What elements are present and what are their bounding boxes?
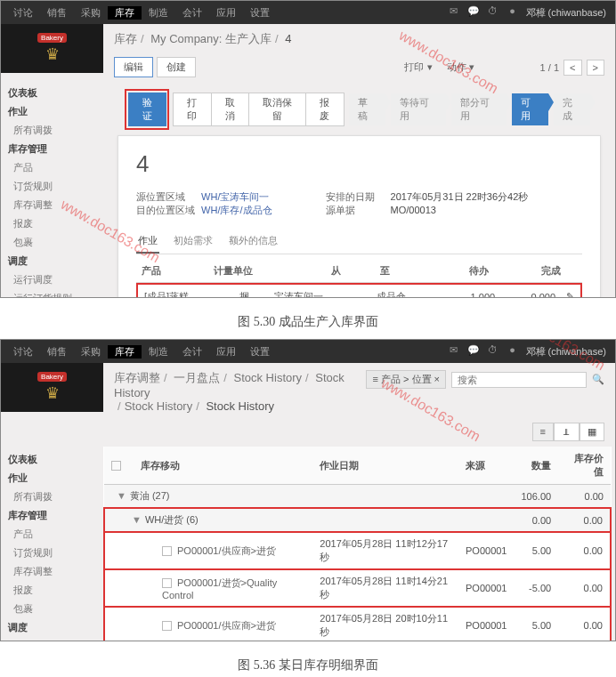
crumb-1[interactable]: 一月盘点 bbox=[174, 371, 220, 384]
search-icon[interactable]: 🔍 bbox=[592, 374, 604, 385]
nav-apps[interactable]: 应用 bbox=[209, 345, 243, 359]
list-view-button[interactable]: ≡ bbox=[532, 423, 554, 441]
nav-sales[interactable]: 销售 bbox=[40, 345, 74, 359]
sidebar-item[interactable]: 运行调度 bbox=[1, 270, 103, 289]
chat-icon[interactable]: 💬 bbox=[466, 344, 481, 359]
tab-operations[interactable]: 作业 bbox=[136, 230, 159, 254]
cancel-button[interactable]: 取消 bbox=[211, 93, 250, 126]
crumb-2[interactable]: Stock History bbox=[234, 371, 303, 384]
validate-button[interactable]: 验证 bbox=[128, 93, 166, 126]
nav-discuss[interactable]: 讨论 bbox=[6, 6, 40, 20]
th-src[interactable]: 来源 bbox=[458, 447, 514, 485]
cell-to: 成品仓 bbox=[371, 286, 440, 298]
nav-settings[interactable]: 设置 bbox=[243, 345, 277, 359]
nav-inventory[interactable]: 库存 bbox=[108, 6, 142, 20]
search-chip[interactable]: ≡ 产品 > 位置 × bbox=[366, 370, 446, 389]
sidebar-item[interactable]: 库存调整 bbox=[1, 196, 103, 214]
table-row[interactable]: [成品]蒸糕 捆 宝涛车间一 成品仓 1.000 0.000 ✎ bbox=[139, 286, 580, 298]
activity-icon[interactable]: ⏱ bbox=[486, 344, 500, 359]
sidebar-category[interactable]: 库存管理 bbox=[1, 140, 103, 158]
sidebar-item[interactable]: 库存调整 bbox=[1, 562, 103, 581]
sidebar-category[interactable]: 仪表板 bbox=[1, 84, 103, 102]
cell-todo: 1.000 bbox=[440, 286, 500, 298]
group-row[interactable]: ▼黄油 (27)106.000.00 bbox=[104, 485, 611, 509]
sidebar-category[interactable]: 库存管理 bbox=[1, 506, 103, 525]
user-menu[interactable]: 邓樟 (chiwanbase) bbox=[523, 6, 610, 20]
pager-next[interactable]: > bbox=[587, 60, 604, 76]
row-checkbox[interactable] bbox=[162, 578, 172, 588]
sidebar-item[interactable]: 订货规则 bbox=[1, 177, 103, 196]
nav-inventory[interactable]: 库存 bbox=[108, 345, 142, 359]
sidebar-item[interactable]: 报废 bbox=[1, 214, 103, 233]
sidebar-item[interactable]: 运行订货规则 bbox=[1, 289, 103, 298]
mail-icon[interactable]: ✉ bbox=[447, 344, 461, 359]
sidebar-category[interactable]: 调度 bbox=[1, 618, 103, 637]
nav-mrp[interactable]: 制造 bbox=[142, 345, 175, 359]
nav-apps[interactable]: 应用 bbox=[209, 6, 243, 20]
table-row[interactable]: PO00001/进货>Quality Control2017年05月28日 11… bbox=[104, 569, 611, 607]
action-dropdown[interactable]: 动作 ▾ bbox=[442, 60, 480, 74]
table-row[interactable]: PO00001/供应商>进货2017年05月28日 20时10分11秒PO000… bbox=[104, 607, 611, 641]
sidebar-item[interactable]: 所有调拨 bbox=[1, 121, 103, 140]
sidebar-category[interactable]: 调度 bbox=[1, 252, 103, 270]
nav-purchase[interactable]: 采购 bbox=[74, 6, 108, 20]
table-row[interactable]: PO00001/供应商>进货2017年05月28日 11时12分17秒PO000… bbox=[104, 532, 611, 569]
nav-account[interactable]: 会计 bbox=[175, 6, 209, 20]
toolbar: 编辑 创建 打印 ▾ 动作 ▾ 1 / 1 < > bbox=[103, 54, 615, 80]
sidebar-item[interactable]: 产品 bbox=[1, 525, 103, 544]
nav-discuss[interactable]: 讨论 bbox=[6, 345, 40, 359]
crumb-parent[interactable]: My Company: 生产入库 bbox=[150, 32, 272, 45]
nav-sales[interactable]: 销售 bbox=[40, 6, 74, 20]
th-move[interactable]: 库存移动 bbox=[134, 447, 312, 485]
crumb-root[interactable]: 库存 bbox=[114, 32, 137, 45]
graph-view-button[interactable]: ⫫ bbox=[554, 423, 580, 441]
sidebar-item[interactable]: 订货规则 bbox=[1, 544, 103, 562]
user-menu[interactable]: 邓樟 (chiwanbase) bbox=[523, 345, 610, 359]
nav-settings[interactable]: 设置 bbox=[243, 6, 277, 20]
sidebar-item[interactable]: 所有调拨 bbox=[1, 488, 103, 506]
print-dropdown[interactable]: 打印 ▾ bbox=[399, 60, 437, 74]
sidebar-item[interactable]: 产品 bbox=[1, 158, 103, 177]
src-value[interactable]: WH/宝涛车间一 bbox=[201, 190, 269, 204]
sidebar-item[interactable]: 报废 bbox=[1, 581, 103, 600]
th-done: 完成 bbox=[494, 260, 566, 283]
status-ready: 可用 bbox=[512, 93, 548, 125]
edit-icon[interactable]: ✎ bbox=[561, 286, 580, 298]
create-button[interactable]: 创建 bbox=[157, 57, 196, 77]
chat-icon[interactable]: 💬 bbox=[466, 5, 481, 20]
nav-account[interactable]: 会计 bbox=[175, 345, 209, 359]
select-all-checkbox[interactable] bbox=[111, 461, 121, 471]
print-button[interactable]: 打印 bbox=[173, 93, 212, 126]
crumb-0[interactable]: 库存调整 bbox=[114, 371, 160, 384]
row-checkbox[interactable] bbox=[162, 546, 172, 556]
mail-icon[interactable]: ✉ bbox=[447, 5, 461, 20]
dst-value[interactable]: WH/库存/成品仓 bbox=[201, 204, 272, 217]
nav-mrp[interactable]: 制造 bbox=[142, 6, 175, 20]
tab-initial[interactable]: 初始需求 bbox=[172, 230, 215, 254]
sidebar-item[interactable]: 包裹 bbox=[1, 600, 103, 618]
row-checkbox[interactable] bbox=[162, 621, 172, 631]
group-row[interactable]: ▼WH/进货 (6)0.000.00 bbox=[104, 508, 611, 532]
cancel-reserve-button[interactable]: 取消保留 bbox=[248, 93, 306, 126]
activity-icon[interactable]: ⏱ bbox=[486, 5, 500, 20]
th-date[interactable]: 作业日期 bbox=[312, 447, 458, 485]
crumb-4[interactable]: Stock History bbox=[125, 399, 193, 413]
th-qty[interactable]: 数量 bbox=[514, 447, 558, 485]
sidebar-category[interactable]: 作业 bbox=[1, 102, 103, 121]
nav-purchase[interactable]: 采购 bbox=[74, 345, 108, 359]
sidebar-item[interactable]: 包裹 bbox=[1, 233, 103, 252]
scrap-button[interactable]: 报废 bbox=[305, 93, 344, 126]
cell-uom: 捆 bbox=[234, 286, 269, 298]
tab-extra[interactable]: 额外的信息 bbox=[227, 230, 280, 254]
sidebar-category[interactable]: 作业 bbox=[1, 469, 103, 488]
avatar-icon[interactable]: ● bbox=[506, 5, 520, 20]
sidebar-item[interactable]: 运行调度 bbox=[1, 637, 103, 641]
edit-button[interactable]: 编辑 bbox=[114, 57, 153, 77]
th-val[interactable]: 库存价值 bbox=[558, 447, 611, 485]
caption-2: 图 5.36 某日库存明细界面 bbox=[0, 649, 616, 677]
pivot-view-button[interactable]: ▦ bbox=[580, 423, 604, 441]
pager-prev[interactable]: < bbox=[563, 60, 581, 76]
search-input[interactable] bbox=[451, 372, 587, 388]
sidebar-category[interactable]: 仪表板 bbox=[1, 450, 103, 469]
avatar-icon[interactable]: ● bbox=[506, 344, 520, 359]
